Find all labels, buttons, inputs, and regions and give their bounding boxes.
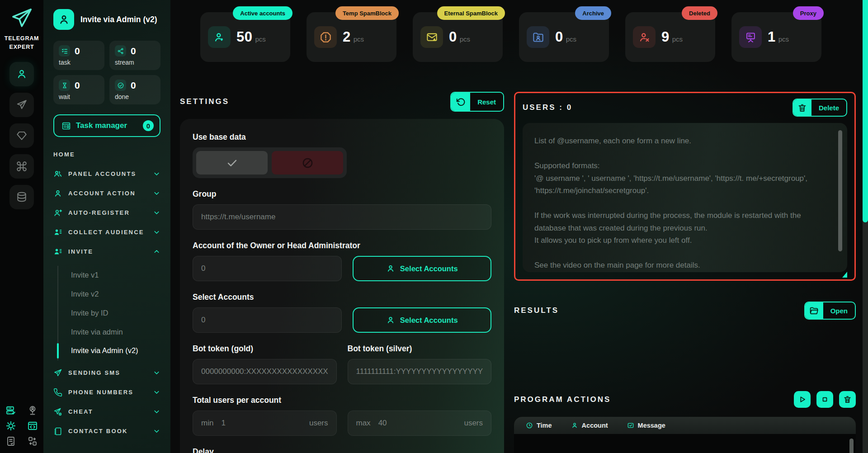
paper-plane-icon — [16, 99, 28, 111]
chevron-down-icon — [153, 427, 160, 435]
column-label: Time — [537, 422, 552, 429]
reset-button[interactable]: Reset — [450, 92, 504, 112]
column-label: Message — [638, 422, 665, 429]
status-value: 9 — [661, 29, 670, 45]
main-content: Active accounts 50pcs Temp SpamBlock 2pc… — [170, 0, 868, 453]
rail-sender-button[interactable] — [9, 93, 34, 117]
use-base-data-confirm-button[interactable] — [196, 151, 268, 175]
sidebar-item-collect-audience[interactable]: COLLECT AUDIENCE — [53, 227, 160, 237]
bot-token-silver-input[interactable] — [348, 359, 492, 384]
total-users-min-field[interactable]: min 1 users — [193, 411, 337, 436]
column-account: Account — [571, 422, 608, 429]
sidebar-item-home[interactable]: HOME — [53, 149, 160, 160]
results-title: RESULTS — [514, 306, 559, 315]
submenu-invite-by-id[interactable]: Invite by ID — [58, 304, 160, 323]
page-scrollbar[interactable] — [863, 0, 868, 453]
sidebar-item-account-action[interactable]: ACCOUNT ACTION — [53, 188, 160, 198]
bot-token-gold-input[interactable] — [193, 359, 337, 384]
server-check-icon[interactable] — [3, 405, 19, 416]
owner-account-input[interactable] — [193, 256, 342, 281]
person-icon — [386, 264, 395, 273]
chevron-down-icon — [153, 408, 160, 415]
mail-check-icon — [627, 422, 634, 429]
submenu-invite-via-admin-v2[interactable]: Invite via Admin (v2) — [58, 341, 160, 360]
select-accounts-input[interactable] — [193, 307, 342, 333]
users-textarea-scrollbar[interactable] — [838, 130, 842, 251]
status-card-archive: Archive 0pcs — [519, 12, 609, 62]
reset-label: Reset — [470, 93, 503, 111]
total-users-max-field[interactable]: max 40 users — [348, 411, 492, 436]
person-x-icon — [633, 26, 656, 48]
sidebar-item-cheat[interactable]: CHEAT — [53, 406, 160, 417]
command-icon — [16, 160, 28, 172]
paper-plane-icon — [53, 368, 62, 378]
settings-section: SETTINGS Reset Use base data — [180, 92, 504, 453]
submenu-invite-v2[interactable]: Invite v2 — [58, 285, 160, 304]
sidebar-item-sending-sms[interactable]: SENDING SMS — [53, 368, 160, 378]
submenu-invite-v1[interactable]: Invite v1 — [58, 266, 160, 285]
sidebar-item-label: PANEL ACCOUNTS — [68, 170, 136, 177]
task-manager-button[interactable]: Task manager 0 — [53, 114, 160, 137]
select-accounts-button[interactable]: Select Accounts — [353, 307, 492, 333]
users-textarea[interactable]: List of @username, each one form a new l… — [523, 123, 847, 272]
person-plus-icon — [53, 208, 62, 217]
status-card-active-accounts: Active accounts 50pcs — [200, 12, 290, 62]
use-base-data-toggle — [193, 147, 347, 178]
hourglass-icon — [59, 80, 70, 91]
submenu-invite-via-admin[interactable]: Invite via admin — [58, 323, 160, 342]
status-value: 2 — [343, 29, 351, 45]
status-cards-row: Active accounts 50pcs Temp SpamBlock 2pc… — [200, 12, 868, 62]
stat-task: 0 task — [53, 41, 104, 70]
sidebar-item-auto-register[interactable]: AUTO-REGISTER — [53, 208, 160, 218]
sidebar-item-contact-book[interactable]: CONTACT BOOK — [53, 426, 160, 436]
sidebar-item-phone-numbers[interactable]: PHONE NUMBERS — [53, 387, 160, 397]
open-results-button[interactable]: Open — [804, 302, 856, 320]
sidebar-item-panel-accounts[interactable]: PANEL ACCOUNTS — [53, 169, 160, 179]
column-time: Time — [526, 422, 552, 429]
sidebar-item-label: INVITE — [68, 248, 93, 255]
document-check-icon[interactable] — [3, 436, 19, 447]
sidebar-item-invite[interactable]: INVITE — [53, 246, 160, 257]
check-circle-icon — [115, 80, 126, 91]
swap-icon[interactable] — [25, 436, 40, 447]
rail-command-button[interactable] — [9, 154, 34, 179]
sidebar-item-label: HOME — [53, 151, 75, 158]
select-owner-accounts-button[interactable]: Select Accounts — [353, 256, 492, 281]
open-label: Open — [823, 302, 855, 319]
sidebar-item-label: PHONE NUMBERS — [68, 389, 133, 396]
sidebar-item-label: COLLECT AUDIENCE — [68, 229, 144, 236]
brand-logo: TELEGRAM EXPERT — [5, 6, 39, 52]
gear-icon[interactable] — [3, 420, 19, 431]
person-lines-icon — [53, 228, 62, 237]
rail-database-button[interactable] — [9, 185, 34, 209]
chevron-down-icon — [153, 388, 160, 396]
clock-icon — [526, 422, 533, 429]
use-base-data-deny-button[interactable] — [272, 151, 343, 175]
program-actions-scrollbar[interactable] — [849, 439, 854, 453]
code-window-icon[interactable] — [25, 420, 40, 431]
rail-accounts-button[interactable] — [9, 62, 34, 86]
chevron-down-icon — [153, 209, 160, 217]
users-textarea-resize-grip[interactable] — [842, 272, 847, 278]
settings-form-card: Use base data Group Account of the Owner… — [180, 119, 504, 453]
stop-button[interactable] — [816, 391, 833, 408]
person-lines-icon — [53, 247, 62, 256]
select-accounts-label: Select Accounts — [193, 293, 491, 302]
play-icon — [798, 395, 807, 404]
phone-icon — [53, 388, 62, 397]
page-title: Invite via Admin (v2) — [80, 14, 158, 25]
stat-stream: 0 stream — [109, 41, 160, 70]
status-unit: pcs — [566, 35, 576, 43]
sidebar-item-label: CHEAT — [68, 408, 93, 415]
clear-log-button[interactable] — [839, 391, 856, 408]
status-pill: Active accounts — [233, 6, 292, 20]
group-input[interactable] — [193, 204, 491, 230]
play-button[interactable] — [794, 391, 811, 408]
module-stats: 0 task 0 stream 0 wait — [53, 41, 160, 104]
delete-users-button[interactable]: Delete — [793, 99, 847, 117]
rail-gem-button[interactable] — [9, 123, 34, 148]
person-station-icon[interactable] — [25, 405, 40, 416]
page-scrollbar-thumb[interactable] — [863, 0, 868, 222]
status-value: 0 — [555, 29, 563, 45]
status-pill: Archive — [575, 6, 611, 20]
